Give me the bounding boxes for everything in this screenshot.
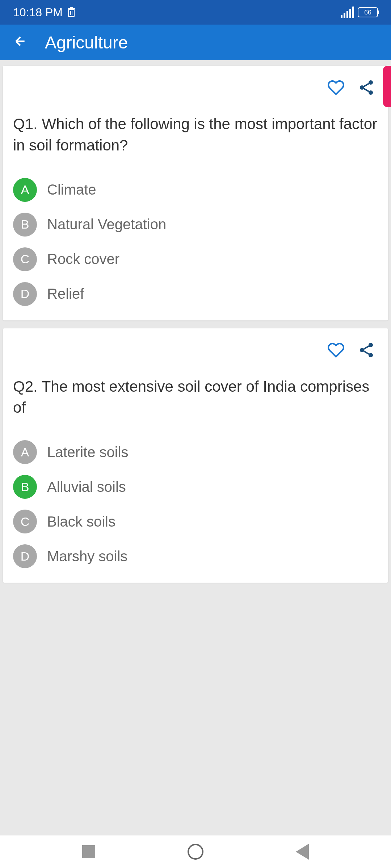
status-left: 10:18 PM <box>13 6 76 19</box>
option-c[interactable]: C Black soils <box>13 510 378 533</box>
option-text: Relief <box>47 286 84 302</box>
page-title: Agriculture <box>45 33 128 52</box>
option-text: Climate <box>47 182 96 198</box>
option-c[interactable]: C Rock cover <box>13 247 378 271</box>
recent-apps-button[interactable] <box>82 845 95 858</box>
share-button[interactable] <box>358 341 375 359</box>
navigation-bar <box>0 835 391 868</box>
battery-icon: 66 <box>358 7 378 17</box>
option-badge: C <box>13 510 37 533</box>
svg-line-13 <box>364 351 369 354</box>
card-actions <box>13 79 378 96</box>
option-text: Rock cover <box>47 251 119 267</box>
option-a[interactable]: A Climate <box>13 178 378 202</box>
signal-icon <box>341 7 354 18</box>
option-text: Alluvial soils <box>47 479 126 495</box>
status-bar: 10:18 PM 66 <box>0 0 391 25</box>
option-text: Black soils <box>47 514 115 530</box>
back-nav-button[interactable] <box>296 844 309 860</box>
svg-rect-0 <box>68 9 74 17</box>
favorite-button[interactable] <box>327 79 345 96</box>
option-d[interactable]: D Relief <box>13 282 378 306</box>
svg-point-12 <box>369 353 373 357</box>
header: Agriculture <box>0 25 391 60</box>
svg-rect-3 <box>70 11 71 15</box>
option-a[interactable]: A Laterite soils <box>13 440 378 464</box>
svg-point-7 <box>369 90 373 95</box>
svg-rect-4 <box>72 11 72 15</box>
option-badge: D <box>13 282 37 306</box>
favorite-button[interactable] <box>327 341 345 359</box>
svg-point-5 <box>369 80 373 85</box>
option-b[interactable]: B Natural Vegetation <box>13 213 378 237</box>
share-button[interactable] <box>358 79 375 96</box>
trash-icon <box>67 7 76 17</box>
home-button[interactable] <box>188 844 203 860</box>
option-text: Natural Vegetation <box>47 216 166 233</box>
svg-point-6 <box>360 85 364 90</box>
side-tab[interactable] <box>383 66 391 107</box>
option-badge: B <box>13 213 37 237</box>
question-card: Q1. Which of the following is the most i… <box>3 66 388 320</box>
svg-line-8 <box>364 89 369 92</box>
content-area: Q1. Which of the following is the most i… <box>0 60 391 596</box>
question-text: Q2. The most extensive soil cover of Ind… <box>13 376 378 419</box>
option-b[interactable]: B Alluvial soils <box>13 475 378 499</box>
option-badge: A <box>13 440 37 464</box>
svg-rect-2 <box>70 7 73 8</box>
option-badge: C <box>13 247 37 271</box>
card-actions <box>13 341 378 359</box>
option-badge: B <box>13 475 37 499</box>
option-text: Laterite soils <box>47 444 129 460</box>
question-text: Q1. Which of the following is the most i… <box>13 114 378 156</box>
option-text: Marshy soils <box>47 548 127 565</box>
question-card: Q2. The most extensive soil cover of Ind… <box>3 328 388 583</box>
back-button[interactable] <box>13 33 28 52</box>
svg-line-9 <box>364 84 369 86</box>
status-right: 66 <box>341 7 378 18</box>
option-badge: D <box>13 544 37 568</box>
svg-rect-1 <box>68 8 75 9</box>
option-badge: A <box>13 178 37 202</box>
option-d[interactable]: D Marshy soils <box>13 544 378 568</box>
svg-point-11 <box>360 348 364 352</box>
svg-line-14 <box>364 346 369 349</box>
status-time: 10:18 PM <box>13 6 63 19</box>
svg-point-10 <box>369 343 373 347</box>
